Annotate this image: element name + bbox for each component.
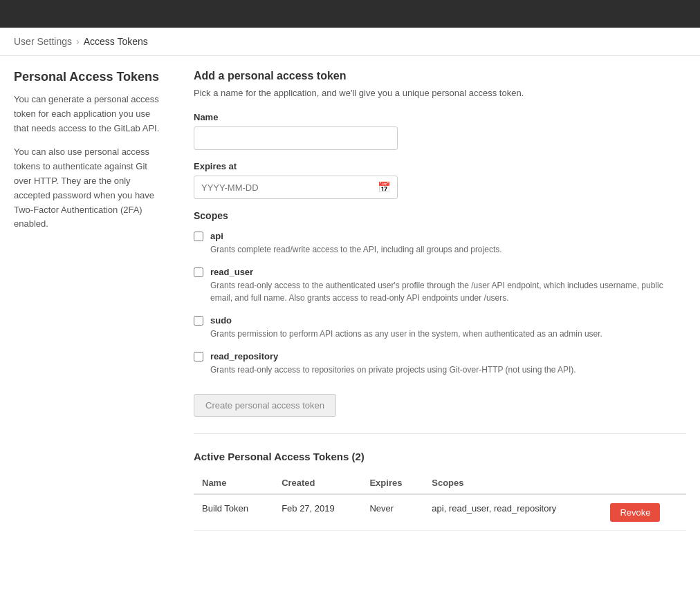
- scopes-title: Scopes: [194, 210, 686, 221]
- sidebar-title: Personal Access Tokens: [14, 70, 166, 84]
- revoke-button[interactable]: Revoke: [610, 503, 660, 522]
- scope-read-repository-name: read_repository: [210, 351, 576, 361]
- scope-sudo-name: sudo: [210, 315, 602, 326]
- breadcrumb-parent[interactable]: User Settings: [14, 36, 72, 47]
- expires-label: Expires at: [194, 161, 686, 171]
- form-section-desc: Pick a name for the application, and we'…: [194, 88, 686, 98]
- scope-read-user-name: read_user: [210, 267, 686, 277]
- sidebar: Personal Access Tokens You can generate …: [14, 70, 166, 531]
- scope-api: api Grants complete read/write access to…: [194, 231, 686, 256]
- col-name: Name: [194, 472, 273, 494]
- scope-read-user: read_user Grants read-only access to the…: [194, 267, 686, 304]
- breadcrumb-separator: ›: [76, 36, 80, 47]
- scope-sudo-checkbox[interactable]: [194, 316, 203, 326]
- scope-api-desc: Grants complete read/write access to the…: [210, 243, 502, 256]
- col-created: Created: [273, 472, 361, 494]
- active-tokens-title: Active Personal Access Tokens (2): [194, 451, 686, 462]
- form-section-title: Add a personal access token: [194, 70, 686, 82]
- token-expires: Never: [361, 494, 423, 531]
- scope-sudo-desc: Grants permission to perform API actions…: [210, 328, 602, 340]
- main-layout: Personal Access Tokens You can generate …: [0, 56, 700, 545]
- divider: [194, 433, 686, 434]
- scope-read-repository-desc: Grants read-only access to repositories …: [210, 364, 576, 376]
- name-input[interactable]: [194, 126, 398, 150]
- token-created: Feb 27, 2019: [273, 494, 361, 531]
- table-row: Build Token Feb 27, 2019 Never api, read…: [194, 494, 686, 531]
- date-input-wrapper: 📅: [194, 176, 398, 199]
- top-bar: [0, 0, 700, 28]
- scope-read-user-checkbox[interactable]: [194, 267, 203, 277]
- name-label: Name: [194, 112, 686, 122]
- breadcrumb-current: Access Tokens: [84, 36, 148, 47]
- tokens-table: Name Created Expires Scopes Build Token …: [194, 472, 686, 531]
- sidebar-para1: You can generate a personal access token…: [14, 93, 166, 135]
- token-name: Build Token: [194, 494, 273, 531]
- col-action: [602, 472, 686, 494]
- token-scopes: api, read_user, read_repository: [423, 494, 602, 531]
- scopes-group: Scopes api Grants complete read/write ac…: [194, 210, 686, 376]
- tokens-table-body: Build Token Feb 27, 2019 Never api, read…: [194, 494, 686, 531]
- tokens-table-header-row: Name Created Expires Scopes: [194, 472, 686, 494]
- scope-api-name: api: [210, 231, 502, 241]
- token-action: Revoke: [602, 494, 686, 531]
- sidebar-para2: You can also use personal access tokens …: [14, 145, 166, 232]
- scope-read-user-desc: Grants read-only access to the authentic…: [210, 279, 686, 304]
- expires-input[interactable]: [194, 176, 398, 199]
- create-token-button[interactable]: Create personal access token: [194, 394, 336, 417]
- col-expires: Expires: [361, 472, 423, 494]
- tokens-table-head: Name Created Expires Scopes: [194, 472, 686, 494]
- scope-api-checkbox[interactable]: [194, 232, 203, 241]
- content-area: Add a personal access token Pick a name …: [194, 70, 686, 531]
- expires-group: Expires at 📅: [194, 161, 686, 199]
- scope-sudo: sudo Grants permission to perform API ac…: [194, 315, 686, 340]
- scope-read-repository-checkbox[interactable]: [194, 352, 203, 361]
- scope-read-repository: read_repository Grants read-only access …: [194, 351, 686, 376]
- col-scopes: Scopes: [423, 472, 602, 494]
- name-group: Name: [194, 112, 686, 150]
- breadcrumb: User Settings › Access Tokens: [0, 28, 700, 56]
